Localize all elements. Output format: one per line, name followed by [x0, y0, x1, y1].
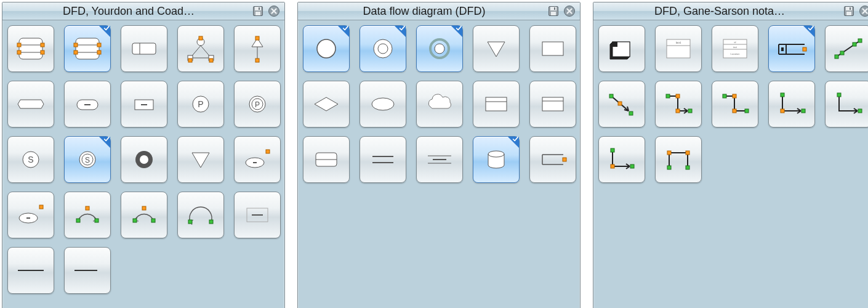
svg-rect-18: [97, 51, 101, 54]
svg-rect-136: [686, 166, 689, 169]
close-icon[interactable]: [858, 4, 868, 18]
panel-header: DFD, Yourdon and Coad…: [2, 2, 284, 20]
shape-multi-process[interactable]: [177, 25, 224, 72]
save-icon[interactable]: [251, 4, 265, 18]
svg-rect-1: [255, 7, 261, 10]
svg-rect-66: [551, 12, 556, 15]
svg-point-92: [860, 6, 869, 17]
svg-rect-131: [858, 109, 862, 113]
svg-rect-133: [630, 164, 634, 168]
svg-rect-137: [667, 151, 671, 155]
shape-conn-5[interactable]: [825, 81, 868, 128]
panel-header: DFD, Gane-Sarson nota…: [593, 2, 868, 20]
svg-rect-76: [486, 97, 507, 111]
shape-open-store[interactable]: [529, 136, 576, 183]
shape-dash-rect[interactable]: [234, 192, 281, 238]
shape-donut[interactable]: [360, 25, 406, 72]
shape-arc-cw[interactable]: [64, 192, 111, 238]
shape-conn-6[interactable]: [598, 136, 645, 183]
svg-text:Location: Location: [730, 52, 739, 55]
shape-ring[interactable]: [121, 136, 167, 183]
svg-rect-48: [266, 150, 270, 153]
svg-rect-116: [609, 94, 613, 98]
close-icon[interactable]: [267, 4, 281, 18]
shape-data-store-3[interactable]: [121, 25, 167, 72]
shape-line[interactable]: [7, 247, 54, 294]
shape-class-process[interactable]: [234, 25, 281, 72]
svg-rect-138: [686, 151, 689, 155]
svg-rect-127: [781, 93, 784, 97]
shape-conn-3[interactable]: [712, 81, 758, 128]
shape-state-rect[interactable]: [121, 81, 167, 128]
shape-process-p-alt[interactable]: P: [234, 81, 281, 128]
svg-rect-122: [676, 109, 680, 113]
shape-state-oval[interactable]: [64, 81, 111, 128]
svg-rect-54: [86, 206, 89, 210]
svg-text:id: id: [734, 41, 736, 44]
svg-rect-132: [611, 148, 614, 152]
shape-conn-4[interactable]: [768, 81, 815, 128]
svg-rect-9: [17, 51, 21, 54]
shape-arc-large[interactable]: [177, 192, 224, 238]
shape-ellipse[interactable]: [360, 81, 406, 128]
panel-yourdon: DFD, Yourdon and Coad…: [2, 2, 285, 308]
svg-rect-121: [676, 94, 680, 98]
svg-text:text: text: [676, 41, 681, 44]
shape-conn-7[interactable]: [655, 136, 702, 183]
svg-rect-126: [733, 109, 736, 113]
shape-entity-box[interactable]: text: [655, 25, 702, 72]
svg-rect-90: [846, 12, 851, 15]
svg-point-45: [140, 155, 148, 164]
close-icon[interactable]: [563, 4, 576, 18]
shape-data-store-1[interactable]: [7, 25, 54, 72]
svg-point-75: [372, 98, 394, 110]
shape-diamond[interactable]: [303, 81, 350, 128]
svg-point-69: [317, 39, 336, 58]
shape-state-rounded[interactable]: [7, 81, 54, 128]
panel-gane: DFD, Gane-Sarson nota… text id: [593, 2, 868, 308]
shape-arrow[interactable]: [64, 247, 111, 294]
svg-rect-53: [95, 219, 98, 222]
save-icon[interactable]: [842, 4, 856, 18]
shape-data-store-gs[interactable]: [768, 25, 815, 72]
shape-database[interactable]: [473, 136, 520, 183]
shape-data-store-2[interactable]: [64, 25, 111, 72]
shape-oval-point[interactable]: [234, 136, 281, 183]
svg-rect-95: [613, 42, 617, 47]
svg-rect-2: [255, 12, 260, 15]
shape-cloud[interactable]: [416, 81, 463, 128]
shape-stop-state-s-sel[interactable]: S: [64, 136, 111, 183]
shape-conn-1[interactable]: [598, 81, 645, 128]
svg-rect-16: [74, 51, 78, 54]
shape-ring-small[interactable]: [416, 25, 463, 72]
shape-card[interactable]: [473, 81, 520, 128]
shape-process-p[interactable]: P: [177, 81, 224, 128]
svg-rect-91: [850, 7, 851, 10]
shape-process-3d[interactable]: [598, 25, 645, 72]
shape-down-triangle[interactable]: [177, 136, 224, 183]
panel-body: [298, 20, 580, 231]
svg-rect-78: [542, 97, 563, 111]
shape-store-2[interactable]: [360, 136, 406, 183]
shape-card-2[interactable]: [529, 81, 576, 128]
shape-circle[interactable]: [303, 25, 350, 72]
shape-conn-2[interactable]: [655, 81, 702, 128]
panel-title: Data flow diagram (DFD): [304, 5, 544, 18]
save-icon[interactable]: [547, 4, 560, 18]
shape-connector-diag[interactable]: [825, 25, 868, 72]
shape-entity-box-2[interactable]: id text Location: [712, 25, 758, 72]
svg-rect-120: [688, 109, 692, 113]
svg-rect-55: [133, 219, 137, 222]
shape-stop-state-s[interactable]: S: [7, 136, 54, 183]
svg-rect-51: [39, 205, 43, 209]
svg-rect-117: [629, 111, 633, 115]
shape-store-3[interactable]: [416, 136, 463, 183]
panel-title: DFD, Yourdon and Coad…: [9, 5, 249, 18]
svg-rect-29: [255, 59, 259, 62]
shape-rect[interactable]: [529, 25, 576, 72]
shape-store-1[interactable]: [303, 136, 350, 183]
shape-down-triangle[interactable]: [473, 25, 520, 72]
shape-oval-point-2[interactable]: [7, 192, 54, 238]
svg-rect-65: [550, 7, 557, 10]
shape-arc-ccw[interactable]: [121, 192, 167, 238]
